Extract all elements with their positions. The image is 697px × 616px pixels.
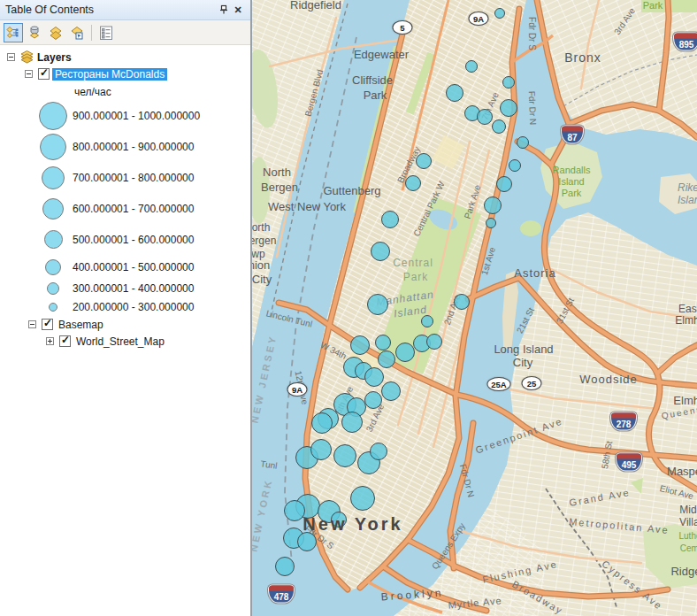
restaurant-symbol[interactable] (454, 294, 470, 310)
legend-label: 400.000001 - 500.000000 (73, 261, 194, 273)
basemap-group-label[interactable]: Basemap (56, 319, 106, 331)
legend-label: 200.000000 - 300.000000 (73, 301, 194, 313)
restaurant-symbol[interactable] (496, 176, 512, 192)
layers-group-icon (19, 50, 34, 64)
basemap-visibility-checkbox[interactable] (42, 319, 53, 330)
restaurant-symbol[interactable] (350, 335, 370, 355)
list-by-drawing-order-button[interactable] (4, 23, 23, 42)
restaurant-symbol[interactable] (405, 175, 421, 191)
legend-symbol (34, 198, 73, 219)
layer-visibility-checkbox[interactable] (38, 68, 50, 80)
restaurant-symbol[interactable] (364, 391, 382, 409)
map-viewport[interactable]: RidgefieldEdgewaterCliffsideParkNorthBer… (252, 0, 697, 616)
legend-item[interactable]: 400.000001 - 500.000000 (0, 255, 250, 279)
toc-options-button[interactable] (96, 23, 116, 42)
mcdonalds-symbols-layer (252, 0, 697, 616)
legend-item[interactable]: 600.000001 - 700.000000 (0, 193, 250, 224)
toc-toolbar (0, 20, 250, 45)
toc-titlebar: Table Of Contents ✕ (0, 0, 250, 20)
restaurant-symbol[interactable] (333, 444, 356, 467)
legend-label: 800.000001 - 900.000000 (73, 141, 194, 153)
world-street-map-label[interactable]: World_Street_Map (73, 335, 167, 348)
collapse-toggle-icon[interactable] (7, 53, 15, 61)
list-by-visibility-button[interactable] (46, 23, 65, 42)
legend-symbol (34, 259, 73, 275)
world-street-map-checkbox[interactable] (59, 335, 71, 347)
restaurant-symbol[interactable] (517, 136, 529, 149)
graduated-circle-icon (40, 134, 66, 160)
table-of-contents-panel: Table Of Contents ✕ (0, 0, 252, 616)
restaurant-symbol[interactable] (378, 350, 395, 368)
restaurant-symbol[interactable] (484, 196, 502, 214)
list-by-source-button[interactable] (25, 23, 44, 42)
restaurant-symbol[interactable] (381, 211, 399, 228)
legend-item[interactable]: 800.000001 - 900.000000 (0, 131, 250, 162)
restaurant-symbol[interactable] (364, 367, 384, 387)
layers-group-label[interactable]: Layers (34, 51, 74, 64)
legend-item[interactable]: 200.000000 - 300.000000 (0, 297, 250, 316)
graduated-circle-icon (42, 166, 65, 189)
graduated-symbols-legend: 900.000001 - 1000.000000800.000001 - 900… (0, 100, 250, 316)
arcmap-window: Table Of Contents ✕ (0, 0, 697, 616)
restaurant-symbol[interactable] (275, 557, 295, 576)
restaurant-symbol[interactable] (500, 99, 517, 117)
restaurant-symbol[interactable] (509, 159, 521, 172)
restaurant-symbol[interactable] (426, 334, 442, 350)
legend-item[interactable]: 300.000001 - 400.000000 (0, 279, 250, 297)
legend-label: 500.000001 - 600.000000 (73, 234, 194, 246)
restaurant-symbol[interactable] (341, 412, 363, 433)
graduated-circle-icon (49, 303, 57, 312)
graduated-circle-icon (47, 282, 59, 295)
restaurant-symbol[interactable] (311, 412, 333, 434)
layer-name-label[interactable]: Рестораны McDonalds (52, 68, 167, 81)
restaurant-symbol[interactable] (297, 532, 317, 551)
symbology-field-label: чел/час (74, 86, 111, 98)
graduated-circle-icon (39, 102, 67, 130)
restaurant-symbol[interactable] (395, 343, 415, 362)
restaurant-symbol[interactable] (367, 294, 388, 315)
legend-item[interactable]: 900.000001 - 1000.000000 (0, 100, 250, 131)
legend-symbol (34, 134, 73, 160)
restaurant-symbol[interactable] (492, 119, 506, 134)
basemap-group-row[interactable]: Basemap (0, 316, 250, 333)
legend-symbol (34, 102, 73, 130)
legend-item[interactable]: 500.000001 - 600.000000 (0, 224, 250, 255)
restaurant-symbol[interactable] (446, 84, 463, 102)
restaurant-symbol[interactable] (381, 381, 401, 401)
toc-tree: Layers Рестораны McDonalds чел/час 900.0… (0, 45, 250, 616)
mcdonalds-layer-row[interactable]: Рестораны McDonalds (0, 65, 250, 82)
restaurant-symbol[interactable] (465, 60, 478, 73)
auto-hide-pin-icon[interactable] (217, 4, 231, 16)
restaurant-symbol[interactable] (494, 8, 505, 19)
toolbar-separator (91, 25, 92, 41)
restaurant-symbol[interactable] (375, 335, 391, 350)
world-street-map-row[interactable]: World_Street_Map (0, 333, 250, 350)
legend-symbol (34, 303, 73, 312)
collapse-toggle-icon[interactable] (28, 320, 36, 328)
restaurant-symbol[interactable] (350, 486, 375, 511)
legend-label: 900.000001 - 1000.000000 (73, 110, 200, 122)
restaurant-symbol[interactable] (331, 512, 347, 527)
legend-label: 600.000001 - 700.000000 (73, 203, 194, 215)
legend-label: 300.000001 - 400.000000 (73, 282, 194, 295)
close-icon[interactable]: ✕ (231, 4, 245, 16)
restaurant-symbol[interactable] (284, 500, 305, 521)
graduated-circle-icon (45, 259, 61, 275)
expand-toggle-icon[interactable] (46, 337, 54, 345)
layers-group-row[interactable]: Layers (0, 49, 250, 65)
restaurant-symbol[interactable] (502, 76, 515, 89)
restaurant-symbol[interactable] (421, 315, 433, 327)
panel-title: Table Of Contents (5, 4, 217, 16)
restaurant-symbol[interactable] (486, 218, 496, 228)
restaurant-symbol[interactable] (310, 439, 332, 460)
restaurant-symbol[interactable] (371, 242, 390, 261)
collapse-toggle-icon[interactable] (25, 70, 33, 78)
list-by-selection-button[interactable] (67, 23, 87, 42)
legend-item[interactable]: 700.000001 - 800.000000 (0, 162, 250, 193)
symbology-field-row: чел/час (0, 84, 250, 100)
graduated-circle-icon (42, 198, 64, 219)
restaurant-symbol[interactable] (416, 153, 432, 169)
restaurant-symbol[interactable] (370, 443, 387, 460)
restaurant-symbol[interactable] (477, 109, 493, 125)
legend-symbol (34, 230, 73, 249)
